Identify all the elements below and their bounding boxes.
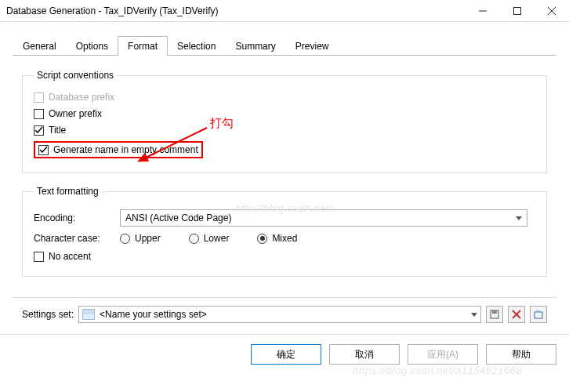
save-icon [490, 310, 499, 319]
svg-rect-9 [536, 310, 540, 313]
dialog-buttons: 确定 取消 应用(A) 帮助 [0, 334, 569, 374]
settings-icon [82, 309, 95, 320]
checkmark-icon [39, 146, 48, 154]
title-checkbox[interactable] [34, 125, 44, 136]
upper-radio[interactable] [120, 234, 130, 244]
no-accent-label: No accent [49, 251, 91, 262]
close-icon [548, 7, 556, 15]
tab-general[interactable]: General [13, 36, 67, 56]
script-conventions-legend: Script conventions [34, 70, 117, 81]
text-formatting-group: Text formatting Encoding: ANSI (Active C… [22, 186, 547, 277]
minimize-button[interactable] [466, 0, 500, 22]
maximize-button[interactable] [500, 0, 535, 22]
close-button[interactable] [535, 0, 569, 22]
encoding-label: Encoding: [34, 212, 120, 223]
owner-prefix-label: Owner prefix [49, 108, 102, 119]
browse-icon [534, 310, 543, 319]
tab-format[interactable]: Format [118, 36, 168, 56]
svg-rect-5 [492, 310, 497, 314]
delete-settings-button[interactable] [508, 306, 525, 323]
lower-radio[interactable] [189, 234, 199, 244]
mixed-radio[interactable] [257, 234, 267, 244]
window-title: Database Generation - Tax_IDVerify (Tax_… [6, 5, 466, 16]
ok-button[interactable]: 确定 [251, 344, 321, 365]
apply-button[interactable]: 应用(A) [408, 344, 478, 365]
svg-line-10 [144, 128, 207, 158]
script-conventions-group: Script conventions Database prefix Owner… [22, 70, 547, 173]
encoding-select[interactable]: ANSI (Active Code Page) [120, 209, 527, 227]
title-bar: Database Generation - Tax_IDVerify (Tax_… [0, 0, 569, 22]
text-formatting-legend: Text formatting [34, 186, 102, 197]
title-label: Title [49, 125, 66, 136]
tab-page-format: Script conventions Database prefix Owner… [13, 56, 556, 297]
annotation-arrow [136, 125, 215, 165]
chevron-down-icon [516, 216, 522, 220]
tab-strip: General Options Format Selection Summary… [0, 22, 569, 56]
encoding-value: ANSI (Active Code Page) [125, 212, 231, 223]
settings-set-row: Settings set: <Name your settings set> [13, 297, 556, 331]
checkmark-icon [34, 126, 43, 135]
tab-preview[interactable]: Preview [285, 36, 339, 56]
save-settings-button[interactable] [486, 306, 503, 323]
owner-prefix-checkbox[interactable] [34, 109, 44, 119]
lower-label: Lower [204, 233, 230, 244]
help-button[interactable]: 帮助 [486, 344, 556, 365]
character-case-label: Character case: [34, 233, 120, 244]
no-accent-checkbox[interactable] [34, 252, 44, 262]
settings-set-value: <Name your settings set> [100, 309, 207, 320]
database-prefix-checkbox [34, 93, 44, 103]
settings-set-label: Settings set: [22, 309, 74, 320]
upper-label: Upper [135, 233, 161, 244]
minimize-icon [479, 7, 487, 15]
browse-settings-button[interactable] [530, 306, 547, 323]
svg-rect-1 [514, 7, 521, 14]
chevron-down-icon [471, 313, 477, 317]
maximize-icon [513, 7, 521, 15]
svg-rect-8 [535, 312, 542, 318]
mixed-label: Mixed [272, 233, 297, 244]
database-prefix-label: Database prefix [49, 92, 114, 103]
tab-selection[interactable]: Selection [167, 36, 226, 56]
cancel-button[interactable]: 取消 [329, 344, 400, 365]
tab-options[interactable]: Options [66, 36, 118, 56]
generate-name-checkbox[interactable] [38, 145, 49, 155]
tab-summary[interactable]: Summary [225, 36, 285, 56]
delete-icon [512, 310, 521, 319]
settings-set-combo[interactable]: <Name your settings set> [78, 306, 481, 323]
